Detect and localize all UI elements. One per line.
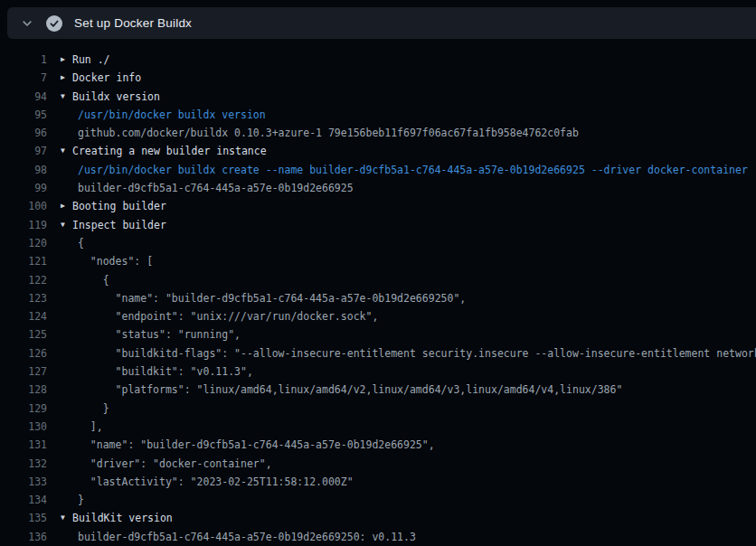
output-text: "endpoint": "unix:///var/run/docker.sock… [78, 307, 378, 325]
output-text: "name": "builder-d9cfb5a1-c764-445a-a57e… [78, 436, 435, 454]
log-line: 129 } [0, 400, 756, 418]
log-line: 98/usr/bin/docker buildx create --name b… [0, 161, 756, 179]
line-number[interactable]: 126 [0, 344, 47, 362]
group-collapsed-arrow-icon[interactable]: ▶ [61, 197, 72, 215]
step-header[interactable]: Set up Docker Buildx [7, 7, 756, 39]
line-number[interactable]: 7 [0, 69, 47, 87]
log-line: 128 "platforms": "linux/amd64,linux/amd6… [0, 381, 756, 399]
line-number[interactable]: 100 [0, 197, 47, 215]
group-collapsed-arrow-icon[interactable]: ▶ [61, 51, 72, 69]
line-number[interactable]: 135 [0, 509, 47, 527]
output-text: "buildkit": "v0.11.3", [78, 362, 253, 381]
line-number[interactable]: 128 [0, 381, 47, 399]
line-number[interactable]: 131 [0, 436, 47, 454]
log-line[interactable]: 119▼Inspect builder [0, 216, 756, 234]
log-line: 131 "name": "builder-d9cfb5a1-c764-445a-… [0, 436, 756, 454]
line-number[interactable]: 96 [0, 124, 47, 142]
line-number[interactable]: 94 [0, 88, 47, 106]
line-number[interactable]: 129 [0, 400, 47, 418]
line-number[interactable]: 124 [0, 307, 47, 325]
line-number[interactable]: 134 [0, 491, 47, 509]
log-line: 127 "buildkit": "v0.11.3", [0, 362, 756, 381]
line-number[interactable]: 119 [0, 216, 47, 234]
log-line: 96github.com/docker/buildx 0.10.3+azure-… [0, 124, 756, 142]
log-line[interactable]: 100▶Booting builder [0, 197, 756, 215]
line-number[interactable]: 1 [0, 51, 47, 69]
group-label[interactable]: Run ./ [72, 51, 110, 69]
output-text: builder-d9cfb5a1-c764-445a-a57e-0b19d2e6… [78, 179, 354, 197]
log-line: 136builder-d9cfb5a1-c764-445a-a57e-0b19d… [0, 528, 756, 546]
group-expanded-arrow-icon[interactable]: ▼ [61, 216, 72, 234]
log-line: 99builder-d9cfb5a1-c764-445a-a57e-0b19d2… [0, 179, 756, 197]
output-text: ], [78, 418, 103, 436]
log-line: 95/usr/bin/docker buildx version [0, 106, 756, 124]
log-line[interactable]: 7▶Docker info [0, 69, 756, 87]
group-label[interactable]: Booting builder [72, 197, 166, 215]
log-line[interactable]: 94▼Buildx version [0, 88, 756, 106]
output-text: "name": "builder-d9cfb5a1-c764-445a-a57e… [78, 289, 466, 307]
log-line[interactable]: 97▼Creating a new builder instance [0, 142, 756, 160]
log-line: 132 "driver": "docker-container", [0, 455, 756, 473]
chevron-down-icon[interactable] [20, 16, 34, 31]
group-expanded-arrow-icon[interactable]: ▼ [61, 88, 72, 106]
line-number[interactable]: 120 [0, 234, 47, 252]
log-line: 123 "name": "builder-d9cfb5a1-c764-445a-… [0, 289, 756, 307]
log-line: 126 "buildkitd-flags": "--allow-insecure… [0, 344, 756, 362]
group-expanded-arrow-icon[interactable]: ▼ [61, 142, 72, 160]
output-text: "platforms": "linux/amd64,linux/amd64/v2… [78, 381, 622, 399]
line-number[interactable]: 123 [0, 289, 47, 307]
group-label[interactable]: Creating a new builder instance [72, 142, 267, 160]
group-label[interactable]: Inspect builder [72, 216, 166, 234]
output-text: { [78, 271, 109, 289]
line-number[interactable]: 98 [0, 161, 47, 179]
log-output: 1▶Run ./7▶Docker info94▼Buildx version95… [0, 39, 756, 546]
log-line: 133 "lastActivity": "2023-02-25T11:58:12… [0, 473, 756, 491]
line-number[interactable]: 133 [0, 473, 47, 491]
line-number[interactable]: 97 [0, 142, 47, 160]
group-collapsed-arrow-icon[interactable]: ▶ [61, 69, 72, 87]
output-text: } [78, 400, 109, 418]
success-check-icon [46, 15, 62, 32]
log-line: 134} [0, 491, 756, 509]
output-text: "driver": "docker-container", [78, 455, 272, 473]
line-number[interactable]: 95 [0, 106, 47, 124]
log-line: 120{ [0, 234, 756, 252]
command-text: /usr/bin/docker buildx version [78, 106, 266, 124]
log-line: 124 "endpoint": "unix:///var/run/docker.… [0, 307, 756, 325]
log-line[interactable]: 135▼BuildKit version [0, 509, 756, 527]
group-label[interactable]: BuildKit version [72, 509, 173, 527]
line-number[interactable]: 132 [0, 455, 47, 473]
group-expanded-arrow-icon[interactable]: ▼ [61, 509, 72, 527]
command-text: /usr/bin/docker buildx create --name bui… [78, 161, 748, 179]
output-text: "buildkitd-flags": "--allow-insecure-ent… [78, 344, 756, 362]
output-text: builder-d9cfb5a1-c764-445a-a57e-0b19d2e6… [78, 528, 416, 546]
log-line[interactable]: 1▶Run ./ [0, 51, 756, 69]
line-number[interactable]: 130 [0, 418, 47, 436]
line-number[interactable]: 127 [0, 362, 47, 381]
line-number[interactable]: 136 [0, 528, 47, 546]
output-text: "status": "running", [78, 325, 241, 344]
output-text: { [78, 234, 84, 252]
line-number[interactable]: 125 [0, 325, 47, 344]
log-line: 130 ], [0, 418, 756, 436]
output-text: "nodes": [ [78, 252, 153, 270]
line-number[interactable]: 122 [0, 271, 47, 289]
output-text: } [78, 491, 84, 509]
output-text: "lastActivity": "2023-02-25T11:58:12.000… [78, 473, 354, 491]
output-text: github.com/docker/buildx 0.10.3+azure-1 … [78, 124, 579, 142]
log-line: 125 "status": "running", [0, 325, 756, 344]
line-number[interactable]: 121 [0, 252, 47, 270]
log-line: 121 "nodes": [ [0, 252, 756, 270]
line-number[interactable]: 99 [0, 179, 47, 197]
group-label[interactable]: Docker info [72, 69, 141, 87]
group-label[interactable]: Buildx version [72, 88, 160, 106]
log-line: 122 { [0, 271, 756, 289]
step-title: Set up Docker Buildx [74, 16, 192, 30]
